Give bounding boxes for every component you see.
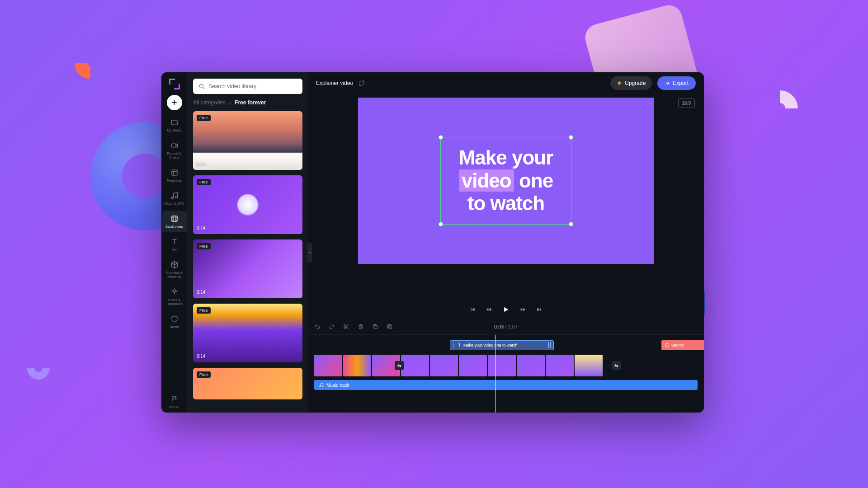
forward-button[interactable] xyxy=(520,306,526,313)
clip-thumbnail[interactable]: Free xyxy=(193,368,302,399)
timeline-stencil-clip[interactable]: Stencil xyxy=(661,340,704,350)
music-track-clip[interactable]: Music track xyxy=(314,380,698,390)
svg-point-7 xyxy=(344,327,346,329)
video-track[interactable]: ⇆ ⇆ xyxy=(314,355,698,376)
sparkle-icon xyxy=(170,288,179,296)
redo-button[interactable] xyxy=(329,324,335,330)
timeline-time: 0:03 / 1:07 xyxy=(494,324,518,329)
text-selection-box[interactable]: Make your video one to watch xyxy=(440,137,572,225)
clip-duration: 0:14 xyxy=(197,354,205,359)
preview-canvas[interactable]: Make your video one to watch xyxy=(358,98,654,264)
rail-stock-video[interactable]: Stock video xyxy=(162,211,187,232)
resize-handle[interactable] xyxy=(439,222,443,226)
clip-duration: 0:14 xyxy=(197,225,205,230)
video-frame[interactable] xyxy=(575,355,603,376)
free-badge: Free xyxy=(197,179,211,185)
templates-icon xyxy=(170,169,179,177)
film-icon xyxy=(170,215,179,223)
editor-main: ◂ Explainer video Upgrade Export 16:9 xyxy=(308,72,704,413)
resize-handle[interactable] xyxy=(439,135,443,140)
video-frame[interactable] xyxy=(517,355,545,376)
svg-rect-4 xyxy=(172,216,177,221)
breadcrumb-root[interactable]: All categories xyxy=(193,99,226,106)
rail-text[interactable]: Text xyxy=(162,234,187,255)
export-button[interactable]: Export xyxy=(657,76,696,90)
shield-icon xyxy=(170,315,179,323)
video-frame[interactable] xyxy=(343,355,371,376)
resize-handle[interactable] xyxy=(569,135,573,140)
breadcrumb-current: Free forever xyxy=(235,99,266,106)
search-input[interactable] xyxy=(208,83,297,89)
rail-graphics[interactable]: Graphics & elements xyxy=(162,257,187,282)
playhead[interactable] xyxy=(495,335,495,413)
clip-handle-left[interactable] xyxy=(453,342,455,348)
library-panel: All categories › Free forever Free 0:14 … xyxy=(188,72,308,413)
aspect-ratio-badge[interactable]: 16:9 xyxy=(678,99,695,108)
canvas-text[interactable]: Make your video one to watch xyxy=(459,146,553,215)
svg-point-5 xyxy=(199,84,203,88)
square-icon xyxy=(665,343,670,347)
clip-thumbnail[interactable]: Free 0:14 xyxy=(193,175,302,234)
clip-handle-right[interactable] xyxy=(548,342,551,348)
rail-filters[interactable]: Filters & Transitions xyxy=(162,284,187,310)
video-frame[interactable] xyxy=(314,355,342,376)
rail-brand[interactable]: Brand xyxy=(162,311,187,333)
playback-controls xyxy=(308,300,704,319)
clip-list: Free 0:14 Free 0:14 Free 0:14 Free 0:14 … xyxy=(193,111,302,399)
undo-button[interactable] xyxy=(314,324,321,330)
svg-rect-8 xyxy=(374,326,377,329)
svg-rect-9 xyxy=(389,326,392,329)
arrow-right-icon xyxy=(665,80,670,86)
rail-templates[interactable]: Templates xyxy=(162,165,187,186)
text-icon xyxy=(170,238,179,246)
rail-my-media[interactable]: My Media xyxy=(162,115,187,136)
resize-handle[interactable] xyxy=(569,222,573,226)
clip-thumbnail[interactable]: Free 0:14 xyxy=(193,239,302,298)
timeline[interactable]: Make your video one to watch Stencil xyxy=(308,335,704,413)
free-badge: Free xyxy=(197,115,211,121)
video-frame[interactable] xyxy=(488,355,516,376)
rail-music[interactable]: Music & SFX xyxy=(162,188,187,209)
app-window: + My Media Record & Create Templates Mus… xyxy=(161,72,704,413)
skip-start-button[interactable] xyxy=(469,306,476,313)
play-button[interactable] xyxy=(502,305,510,314)
text-track[interactable]: Make your video one to watch Stencil xyxy=(314,340,698,351)
video-frame[interactable] xyxy=(430,355,458,376)
svg-point-2 xyxy=(171,197,174,199)
sync-icon[interactable] xyxy=(359,80,365,86)
clip-duration: 0:14 xyxy=(197,290,205,295)
clip-thumbnail[interactable]: Free 0:14 xyxy=(193,304,302,362)
video-frame[interactable] xyxy=(459,355,487,376)
delete-button[interactable] xyxy=(358,324,364,330)
transition-icon[interactable]: ⇆ xyxy=(612,361,621,370)
duplicate-button[interactable] xyxy=(387,324,393,330)
app-logo xyxy=(169,79,180,89)
music-icon xyxy=(170,192,179,200)
upgrade-button[interactable]: Upgrade xyxy=(610,76,652,90)
skip-end-button[interactable] xyxy=(536,306,542,313)
text-icon xyxy=(457,343,462,347)
rail-locale[interactable]: en-US xyxy=(162,391,187,413)
project-name[interactable]: Explainer video xyxy=(316,80,353,86)
rewind-button[interactable] xyxy=(486,306,492,313)
cube-icon xyxy=(170,261,179,269)
topbar: Explainer video Upgrade Export xyxy=(308,72,704,94)
nav-rail: + My Media Record & Create Templates Mus… xyxy=(161,72,188,413)
music-icon xyxy=(319,383,324,388)
clip-thumbnail[interactable]: Free 0:14 xyxy=(193,111,302,170)
rail-record[interactable]: Record & Create xyxy=(162,138,187,163)
svg-point-3 xyxy=(175,196,178,198)
copy-button[interactable] xyxy=(372,324,378,330)
search-box[interactable] xyxy=(193,79,302,94)
free-badge: Free xyxy=(197,371,211,378)
add-button[interactable]: + xyxy=(167,95,182,110)
svg-point-6 xyxy=(344,324,346,326)
video-frame[interactable] xyxy=(546,355,574,376)
split-button[interactable] xyxy=(343,324,349,330)
transition-icon[interactable]: ⇆ xyxy=(395,361,404,370)
breadcrumb: All categories › Free forever xyxy=(193,99,302,106)
star-icon xyxy=(617,80,622,86)
timeline-text-clip[interactable]: Make your video one to watch xyxy=(450,340,554,350)
svg-rect-10 xyxy=(666,344,669,347)
video-frame[interactable] xyxy=(401,355,429,376)
